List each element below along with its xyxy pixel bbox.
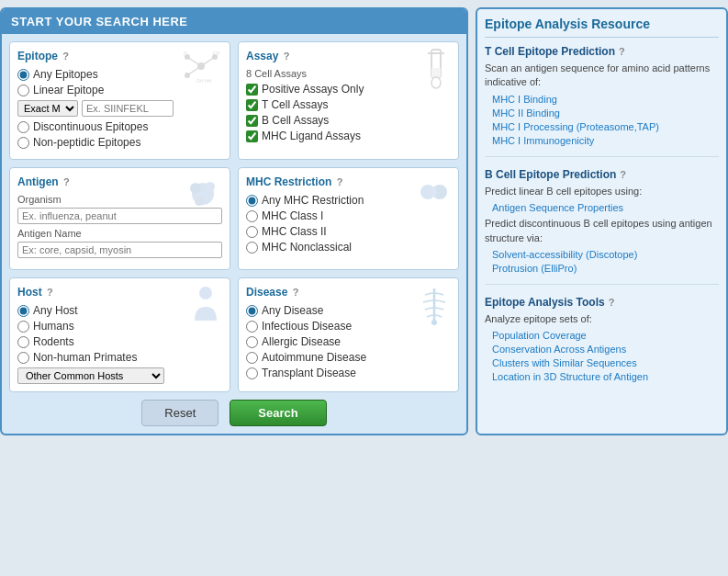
bottom-buttons: Reset Search bbox=[9, 400, 459, 426]
epitope-section: Epitope ? H CH OH HH bbox=[9, 41, 230, 160]
left-panel: START YOUR SEARCH HERE Epitope ? bbox=[0, 7, 468, 435]
host-section: Host ? Any Host Humans bbox=[9, 277, 230, 392]
antigen-name-label: Antigen Name bbox=[17, 228, 222, 239]
svg-point-20 bbox=[430, 188, 437, 196]
tcell-title: T Cell Epitope Prediction ? bbox=[485, 45, 719, 58]
epitope-help[interactable]: ? bbox=[62, 51, 69, 62]
bcell-section: B Cell Epitope Prediction ? Predict line… bbox=[485, 168, 719, 285]
epitope-match-select[interactable]: Exact M bbox=[17, 100, 78, 117]
svg-point-17 bbox=[195, 197, 204, 206]
tools-title: Epitope Analysis Tools ? bbox=[485, 296, 719, 309]
host-icon bbox=[187, 284, 224, 328]
assay-mhc[interactable]: MHC Ligand Assays bbox=[246, 130, 451, 142]
host-rodents[interactable]: Rodents bbox=[17, 335, 222, 348]
mhc-help[interactable]: ? bbox=[337, 176, 343, 187]
epitope-sequence-input[interactable] bbox=[82, 100, 174, 117]
bcell-title: B Cell Epitope Prediction ? bbox=[485, 168, 719, 181]
svg-point-21 bbox=[199, 287, 212, 299]
right-panel: Epitope Analysis Resource T Cell Epitope… bbox=[476, 7, 728, 435]
disease-section: Disease ? Any Disease bbox=[238, 277, 459, 392]
mhc-nonclassical[interactable]: MHC Nonclassical bbox=[246, 241, 451, 254]
svg-line-5 bbox=[201, 57, 215, 66]
svg-text:CH: CH bbox=[213, 51, 220, 56]
assay-section: Assay ? 8 Cell Assays Positive Assays On… bbox=[238, 41, 459, 160]
test-tube-icon bbox=[420, 48, 453, 92]
bcell-desc1: Predict linear B cell epitopes using: bbox=[485, 185, 719, 198]
assay-bcell[interactable]: B Cell Assays bbox=[246, 114, 451, 127]
search-grid: Epitope ? H CH OH HH bbox=[9, 41, 459, 392]
epitope-discontinuous[interactable]: Discontinuous Epitopes bbox=[17, 120, 222, 133]
antigen-name-input[interactable] bbox=[17, 242, 222, 258]
bcell-desc2: Predict discontinuous B cell epitopes us… bbox=[485, 217, 719, 245]
host-dropdown-row: Other Common Hosts bbox=[17, 367, 222, 384]
mhc-class2[interactable]: MHC Class II bbox=[246, 225, 451, 238]
tcell-help[interactable]: ? bbox=[619, 46, 625, 57]
left-panel-title: START YOUR SEARCH HERE bbox=[2, 9, 466, 34]
antigen-section: Antigen ? Organism Antigen Name bbox=[9, 167, 230, 270]
svg-line-6 bbox=[187, 66, 201, 75]
mhc1-immunogenicity-link[interactable]: MHC I Immunogenicity bbox=[485, 135, 719, 146]
population-coverage-link[interactable]: Population Coverage bbox=[485, 330, 719, 341]
disease-icon bbox=[416, 284, 453, 328]
molecule-icon: H CH OH HH bbox=[178, 48, 224, 87]
svg-point-13 bbox=[431, 77, 441, 88]
tools-desc: Analyze epitope sets of: bbox=[485, 312, 719, 326]
assay-help[interactable]: ? bbox=[284, 51, 290, 62]
host-nonhuman[interactable]: Non-human Primates bbox=[17, 351, 222, 364]
epitope-match-row: Exact M bbox=[17, 100, 222, 117]
disease-allergic[interactable]: Allergic Disease bbox=[246, 335, 451, 348]
host-other-select[interactable]: Other Common Hosts bbox=[17, 367, 164, 384]
disease-autoimmune[interactable]: Autoimmune Disease bbox=[246, 351, 451, 364]
svg-text:OH HH: OH HH bbox=[196, 78, 212, 84]
mhc-section: MHC Restriction ? Any MHC Restriction bbox=[238, 167, 459, 270]
antigen-icon bbox=[183, 174, 224, 218]
tcell-desc: Scan an antigen sequence for amino acid … bbox=[485, 62, 719, 90]
clusters-link[interactable]: Clusters with Similar Sequences bbox=[485, 357, 719, 368]
location-3d-link[interactable]: Location in 3D Structure of Antigen bbox=[485, 371, 719, 382]
bcell-help[interactable]: ? bbox=[620, 169, 626, 180]
disease-transplant[interactable]: Transplant Disease bbox=[246, 367, 451, 379]
discotope-link[interactable]: Solvent-accessibility (Discotope) bbox=[485, 249, 719, 260]
mhc1-processing-link[interactable]: MHC I Processing (Proteasome,TAP) bbox=[485, 121, 719, 132]
svg-point-15 bbox=[190, 183, 201, 194]
svg-point-16 bbox=[206, 182, 215, 191]
mhc2-binding-link[interactable]: MHC II Binding bbox=[485, 107, 719, 119]
tools-help[interactable]: ? bbox=[609, 297, 615, 308]
tcell-section: T Cell Epitope Prediction ? Scan an anti… bbox=[485, 45, 719, 157]
search-button[interactable]: Search bbox=[230, 400, 326, 426]
right-panel-title: Epitope Analysis Resource bbox=[485, 17, 719, 38]
ellipro-link[interactable]: Protrusion (ElliPro) bbox=[485, 263, 719, 274]
disease-help[interactable]: ? bbox=[293, 287, 299, 298]
mhc-icon bbox=[414, 174, 453, 213]
antigen-help[interactable]: ? bbox=[63, 176, 70, 187]
tools-section: Epitope Analysis Tools ? Analyze epitope… bbox=[485, 296, 719, 392]
svg-point-23 bbox=[431, 320, 437, 325]
svg-text:H: H bbox=[184, 51, 187, 56]
epitope-nonpeptidic[interactable]: Non-peptidic Epitopes bbox=[17, 136, 222, 149]
svg-line-4 bbox=[187, 57, 201, 66]
conservation-link[interactable]: Conservation Across Antigens bbox=[485, 344, 719, 355]
mhc1-binding-link[interactable]: MHC I Binding bbox=[485, 94, 719, 105]
antigen-seq-link[interactable]: Antigen Sequence Properties bbox=[485, 202, 719, 213]
host-help[interactable]: ? bbox=[47, 287, 53, 298]
svg-rect-11 bbox=[431, 68, 441, 77]
assay-tcell[interactable]: T Cell Assays bbox=[246, 98, 451, 111]
reset-button[interactable]: Reset bbox=[141, 400, 218, 426]
